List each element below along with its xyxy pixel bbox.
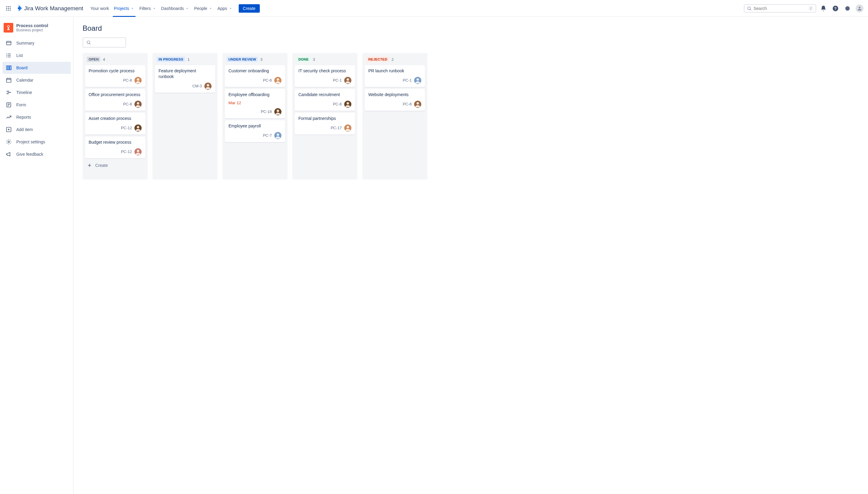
- card-title: Asset creation process: [89, 116, 142, 121]
- card-key: PC-8: [123, 102, 132, 106]
- assignee-avatar: [134, 77, 142, 84]
- sidebar-item-label: Project settings: [16, 139, 45, 144]
- assignee-avatar: [204, 82, 211, 90]
- card[interactable]: Employee offboarding Mar 12 PC-18: [225, 89, 285, 118]
- app-switcher-icon[interactable]: [4, 4, 13, 13]
- chevron-down-icon: [130, 6, 134, 11]
- card-footer: PC-8: [89, 77, 142, 84]
- nav-item-your-work[interactable]: Your work: [88, 0, 112, 17]
- board-icon: [5, 64, 12, 71]
- calendar-icon: [5, 77, 12, 83]
- project-icon: [4, 23, 13, 33]
- sidebar-item-label: Reports: [16, 115, 31, 119]
- project-header[interactable]: Process control Business project: [2, 23, 71, 37]
- notifications-icon[interactable]: [818, 4, 828, 13]
- svg-point-3: [6, 8, 7, 9]
- search-input-wrapper[interactable]: /: [744, 4, 816, 13]
- column-header: UNDER REVIEW 3: [225, 57, 285, 65]
- nav-item-projects[interactable]: Projects: [112, 0, 137, 17]
- primary-nav: Your workProjectsFiltersDashboardsPeople…: [88, 0, 235, 17]
- column-header: OPEN 4: [85, 57, 145, 65]
- assignee-avatar: [344, 125, 351, 132]
- svg-point-64: [347, 102, 349, 104]
- create-card-label: Create: [95, 163, 108, 168]
- sidebar-item-label: Give feedback: [16, 152, 43, 157]
- column-count: 4: [103, 57, 105, 62]
- card[interactable]: PR launch runbook PC-1: [365, 65, 425, 87]
- sidebar-item-board[interactable]: Board: [2, 62, 71, 74]
- chevron-down-icon: [208, 6, 213, 11]
- assignee-avatar: [344, 101, 351, 108]
- card[interactable]: Budget review process PC-12: [85, 136, 145, 158]
- card-key: PC-6: [403, 102, 412, 106]
- sidebar-item-form[interactable]: Form: [2, 99, 71, 111]
- sidebar-item-label: Timeline: [16, 90, 32, 95]
- sidebar-item-project-settings[interactable]: Project settings: [2, 136, 71, 148]
- sidebar-item-summary[interactable]: Summary: [2, 37, 71, 49]
- card[interactable]: Candidate recruitment PC-6: [295, 89, 355, 111]
- svg-point-42: [8, 141, 10, 143]
- jira-logo-icon: [16, 5, 23, 12]
- card[interactable]: Customer onboarding PC-6: [225, 65, 285, 87]
- project-name: Process control: [16, 23, 48, 28]
- sidebar-item-label: List: [16, 53, 23, 58]
- sidebar-item-give-feedback[interactable]: Give feedback: [2, 148, 71, 160]
- svg-point-9: [748, 7, 751, 10]
- help-icon[interactable]: ?: [831, 4, 840, 13]
- svg-point-43: [87, 41, 90, 44]
- product-logo[interactable]: Jira Work Management: [16, 5, 83, 12]
- board-search[interactable]: [82, 37, 126, 48]
- card[interactable]: Asset creation process PC-12: [85, 113, 145, 135]
- card-title: Office procurement process: [89, 92, 142, 98]
- svg-line-44: [90, 43, 90, 44]
- column-count: 1: [187, 57, 189, 62]
- profile-avatar[interactable]: [855, 4, 864, 13]
- sidebar: Process control Business project Summary…: [0, 17, 74, 494]
- sidebar-item-calendar[interactable]: Calendar: [2, 74, 71, 86]
- column-header: IN PROGRESS 1: [155, 57, 215, 65]
- card[interactable]: Website deployments PC-6: [365, 89, 425, 111]
- sidebar-item-add-item[interactable]: Add item: [2, 124, 71, 136]
- svg-point-24: [6, 57, 7, 58]
- card[interactable]: Feature deployment runbook CM-3: [155, 65, 215, 93]
- card-title: Candidate recruitment: [298, 92, 351, 98]
- nav-item-filters[interactable]: Filters: [137, 0, 159, 17]
- card[interactable]: Formal partnerships PC-17: [295, 113, 355, 135]
- sidebar-item-list[interactable]: List: [2, 50, 71, 61]
- column-under-review: UNDER REVIEW 3 Customer onboarding PC-6 …: [222, 53, 288, 179]
- card-footer: PC-17: [298, 125, 351, 132]
- assignee-avatar: [134, 101, 142, 108]
- card-title: IT security check process: [298, 68, 351, 74]
- settings-icon[interactable]: [843, 4, 852, 13]
- card-icon: [5, 40, 12, 46]
- svg-point-6: [6, 10, 7, 11]
- project-type: Business project: [16, 28, 48, 32]
- svg-text:?: ?: [834, 6, 837, 11]
- nav-item-people[interactable]: People: [192, 0, 215, 17]
- assignee-avatar: [344, 77, 351, 84]
- card[interactable]: Promotion cycle process PC-8: [85, 65, 145, 87]
- card[interactable]: Office procurement process PC-8: [85, 89, 145, 111]
- card-key: PC-6: [263, 78, 272, 82]
- svg-point-70: [417, 102, 419, 104]
- sidebar-item-timeline[interactable]: Timeline: [2, 87, 71, 98]
- svg-point-13: [858, 7, 861, 8]
- svg-line-10: [750, 10, 751, 10]
- create-card-button[interactable]: Create: [85, 160, 145, 170]
- column-rejected: REJECTED 2 PR launch runbook PC-1 Websit…: [362, 53, 427, 179]
- assignee-avatar: [414, 101, 421, 108]
- card-footer: PC-7: [228, 132, 281, 139]
- nav-item-dashboards[interactable]: Dashboards: [159, 0, 192, 17]
- column-title: OPEN: [87, 57, 100, 62]
- assignee-avatar: [134, 125, 142, 132]
- card[interactable]: Employee payroll PC-7: [225, 120, 285, 142]
- nav-item-apps[interactable]: Apps: [215, 0, 235, 17]
- search-input[interactable]: [754, 6, 809, 11]
- create-button[interactable]: Create: [239, 4, 260, 13]
- column-count: 3: [313, 57, 315, 62]
- megaphone-icon: [5, 151, 12, 157]
- sidebar-item-label: Add item: [16, 127, 33, 132]
- product-name: Jira Work Management: [24, 5, 83, 12]
- sidebar-item-reports[interactable]: Reports: [2, 111, 71, 123]
- card[interactable]: IT security check process PC-1: [295, 65, 355, 87]
